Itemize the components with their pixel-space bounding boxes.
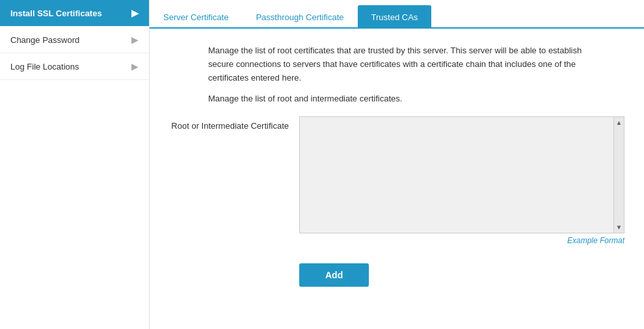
- main-content: Server Certificate Passthrough Certifica…: [150, 0, 644, 329]
- tab-trusted-cas[interactable]: Trusted CAs: [358, 5, 432, 29]
- sidebar-item-install-ssl-label: Install SSL Certificates: [10, 8, 102, 18]
- scroll-down-arrow[interactable]: ▼: [614, 222, 624, 233]
- description-text-1: Manage the list of root certificates tha…: [208, 44, 598, 85]
- chevron-right-icon: ▶: [131, 8, 139, 18]
- tab-server-certificate[interactable]: Server Certificate: [150, 5, 242, 29]
- tab-passthrough-certificate[interactable]: Passthrough Certificate: [242, 5, 357, 29]
- chevron-right-icon: ▶: [131, 34, 139, 45]
- form-control-area: ▲ ▼ Example Format: [299, 116, 624, 245]
- example-format-link[interactable]: Example Format: [299, 236, 624, 245]
- sidebar-item-log-file-locations-label: Log File Locations: [10, 62, 79, 72]
- certificate-textarea[interactable]: [300, 117, 624, 233]
- vertical-scrollbar[interactable]: ▲ ▼: [613, 117, 624, 233]
- textarea-wrapper: ▲ ▼: [299, 116, 624, 233]
- sidebar: Install SSL Certificates ▶ Change Passwo…: [0, 0, 150, 329]
- scroll-up-arrow[interactable]: ▲: [614, 117, 624, 128]
- add-button[interactable]: Add: [299, 263, 369, 287]
- sidebar-item-log-file-locations[interactable]: Log File Locations ▶: [0, 53, 149, 80]
- sidebar-item-change-password[interactable]: Change Password ▶: [0, 27, 149, 53]
- form-label-certificate: Root or Intermediate Certificate: [169, 116, 299, 132]
- form-row-certificate: Root or Intermediate Certificate ▲ ▼ Exa…: [169, 116, 624, 245]
- tab-bar: Server Certificate Passthrough Certifica…: [150, 0, 644, 29]
- content-area: Manage the list of root certificates tha…: [150, 29, 644, 329]
- sidebar-item-change-password-label: Change Password: [10, 35, 79, 45]
- sidebar-item-install-ssl[interactable]: Install SSL Certificates ▶: [0, 0, 149, 27]
- description-text-2: Manage the list of root and intermediate…: [208, 92, 598, 106]
- chevron-right-icon: ▶: [131, 61, 139, 72]
- description-block: Manage the list of root certificates tha…: [208, 44, 598, 106]
